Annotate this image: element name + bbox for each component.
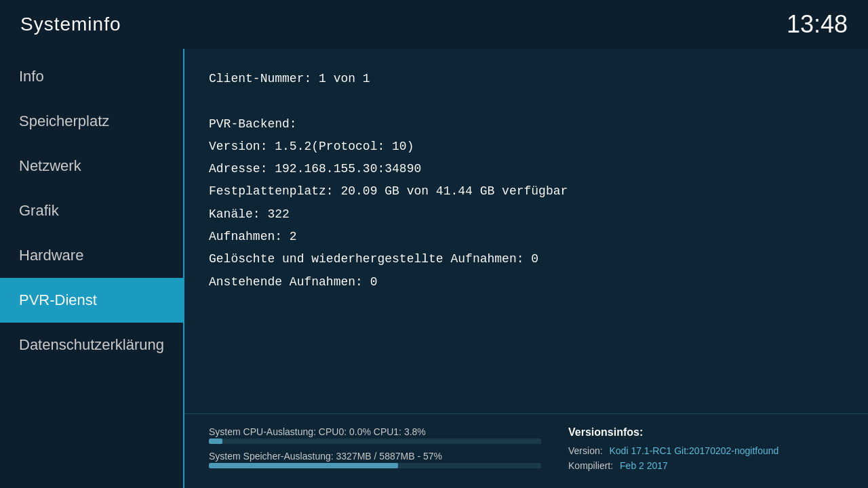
- app-title: Systeminfo: [20, 14, 121, 35]
- clock: 13:48: [787, 10, 848, 39]
- content-line: Adresse: 192.168.155.30:34890: [209, 158, 853, 180]
- content-line: Anstehende Aufnahmen: 0: [209, 271, 853, 293]
- content-main: Client-Nummer: 1 von 1 PVR-Backend:Versi…: [184, 49, 868, 413]
- content-line: PVR-Backend:: [209, 113, 853, 136]
- status-bar: System CPU-Auslastung: CPU0: 0.0% CPU1: …: [184, 413, 868, 488]
- compiled-label: Kompiliert:: [568, 460, 613, 471]
- compiled-row: Kompiliert: Feb 2 2017: [568, 460, 853, 471]
- compiled-value: Feb 2 2017: [620, 460, 668, 471]
- mem-label: System Speicher-Auslastung: 3327MB / 588…: [209, 451, 541, 462]
- sidebar-item-datenschutz[interactable]: Datenschutzerklärung: [0, 323, 183, 367]
- content-line: [209, 90, 853, 113]
- version-label: Version:: [568, 445, 603, 456]
- content-line: Aufnahmen: 2: [209, 226, 853, 248]
- version-value: Kodi 17.1-RC1 Git:20170202-nogitfound: [610, 445, 779, 456]
- cpu-fill: [209, 439, 222, 444]
- sidebar-item-info[interactable]: Info: [0, 54, 183, 99]
- sidebar-item-grafik[interactable]: Grafik: [0, 188, 183, 233]
- header: Systeminfo 13:48: [0, 0, 868, 49]
- content-line: Client-Nummer: 1 von 1: [209, 68, 853, 90]
- main-layout: InfoSpeicherplatzNetzwerkGrafikHardwareP…: [0, 49, 868, 488]
- sidebar-item-hardware[interactable]: Hardware: [0, 233, 183, 278]
- versions-title: Versionsinfos:: [568, 426, 853, 439]
- content-line: Version: 1.5.2(Protocol: 10): [209, 136, 853, 158]
- status-right: Versionsinfos: Version: Kodi 17.1-RC1 Gi…: [568, 426, 853, 476]
- version-row: Version: Kodi 17.1-RC1 Git:20170202-nogi…: [568, 445, 853, 456]
- content-line: Festplattenplatz: 20.09 GB von 41.44 GB …: [209, 180, 853, 203]
- mem-progress-bar: [209, 463, 541, 468]
- mem-fill: [209, 463, 398, 468]
- content-line: Kanäle: 322: [209, 203, 853, 226]
- cpu-progress-bar: [209, 439, 541, 444]
- content-line: Gelöschte und wiederhergestellte Aufnahm…: [209, 248, 853, 270]
- cpu-section: System CPU-Auslastung: CPU0: 0.0% CPU1: …: [209, 426, 541, 444]
- sidebar-item-netzwerk[interactable]: Netzwerk: [0, 144, 183, 188]
- content-area: Client-Nummer: 1 von 1 PVR-Backend:Versi…: [183, 49, 868, 488]
- mem-section: System Speicher-Auslastung: 3327MB / 588…: [209, 451, 541, 468]
- status-left: System CPU-Auslastung: CPU0: 0.0% CPU1: …: [209, 426, 541, 476]
- cpu-label: System CPU-Auslastung: CPU0: 0.0% CPU1: …: [209, 426, 541, 437]
- sidebar-item-pvr-dienst[interactable]: PVR-Dienst: [0, 278, 183, 323]
- sidebar: InfoSpeicherplatzNetzwerkGrafikHardwareP…: [0, 49, 183, 488]
- sidebar-item-speicherplatz[interactable]: Speicherplatz: [0, 99, 183, 144]
